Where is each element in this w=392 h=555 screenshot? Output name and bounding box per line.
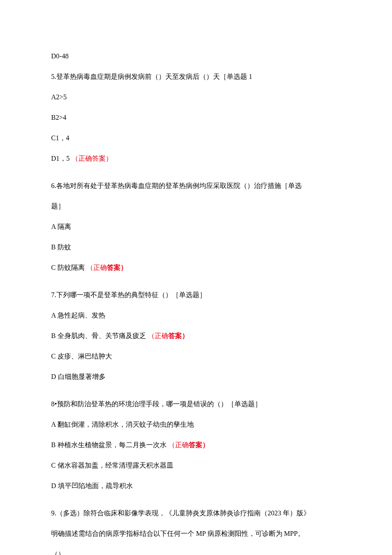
correct-answer-label: （正确答案） — [86, 264, 127, 271]
q7-option-a: A 急性起病、发热 — [51, 310, 341, 321]
q5-option-d: D1，5 （正确答案） — [51, 153, 341, 164]
q8-stem: 8•预防和防治登革热的环境治理手段，哪一项是错误的（）［单选题］ — [51, 399, 341, 409]
q6-stem-line2: 题］ — [51, 201, 341, 211]
q9-stem-line3: （） — [51, 549, 341, 555]
q8-option-a: A 翻缸倒灌，清除积水，消灭蚊子幼虫的孳生地 — [51, 419, 341, 430]
correct-answer-label: （正确答案） — [168, 441, 209, 448]
q5-option-b: B2>4 — [51, 113, 341, 123]
q7-option-d: D 白细胞显著增多 — [51, 372, 341, 382]
q6-option-a: A 隔离 — [51, 222, 341, 232]
q6-option-b: B 防蚊 — [51, 242, 341, 252]
q5-option-c: C1，4 — [51, 133, 341, 143]
q8-option-d: D 填平凹陷地面，疏导积水 — [51, 481, 341, 491]
q6-option-c: C 防蚊隔离 （正确答案） — [51, 263, 341, 273]
q6-option-c-text: C 防蚊隔离 — [51, 264, 85, 271]
q9-stem-line1: 9.（多选）除符合临床和影像学表现，《儿童肺炎支原体肺炎诊疗指南（2023 年）… — [51, 508, 341, 518]
correct-answer-label: （正确答案） — [148, 332, 189, 339]
q4-option-d: D0-48 — [51, 51, 341, 61]
q7-stem: 7.下列哪一项不是登革热的典型特征（）［单选题］ — [51, 290, 341, 300]
q8-option-b: B 种植水生植物盆景，每二月换一次水 （正确答案） — [51, 440, 341, 450]
q7-option-c: C 皮疹、淋巴结肿大 — [51, 351, 341, 361]
q9-stem-line2: 明确描述需结合的病原学指标结合以下任何一个 MP 病原检测阳性，可诊断为 MPP… — [51, 529, 341, 539]
q5-option-d-text: D1，5 — [51, 155, 70, 162]
correct-answer-label: （正确答案） — [72, 155, 112, 162]
q7-option-b-text: B 全身肌肉、骨、关节痛及疲乏 — [51, 332, 146, 339]
q6-stem-line1: 6.各地对所有处于登革热病毒血症期的登革热病例均应采取医院（）治疗措施［单选 — [51, 181, 341, 191]
q8-option-b-text: B 种植水生植物盆景，每二月换一次水 — [51, 441, 167, 448]
q8-option-c: C 储水容器加盖，经常清理露天积水器皿 — [51, 460, 341, 471]
q7-option-b: B 全身肌肉、骨、关节痛及疲乏 （正确答案） — [51, 331, 341, 341]
q5-stem: 5.登革热病毒血症期是病例发病前（）天至发病后（）天［单选题 1 — [51, 72, 341, 82]
q5-option-a: A2>5 — [51, 92, 341, 102]
